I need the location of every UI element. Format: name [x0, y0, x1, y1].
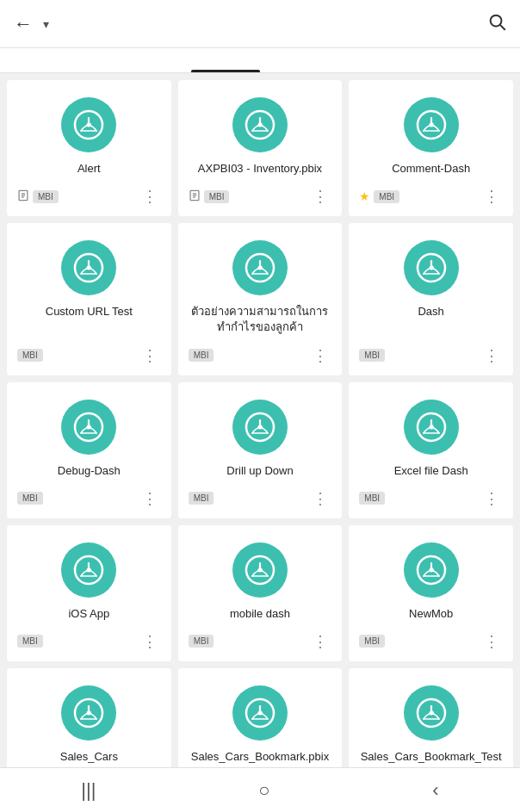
- dashboard-grid: Alert MBI ⋮ AXPBI03 - Inventory.pbix: [0, 73, 520, 812]
- card-footer: ★MBI ⋮: [359, 185, 503, 208]
- badge-row: MBI: [17, 635, 43, 648]
- badge-row: ★MBI: [359, 189, 399, 203]
- more-options-button[interactable]: ⋮: [480, 487, 503, 510]
- badge-row: MBI: [189, 349, 214, 362]
- card-dashboard-icon: [61, 685, 116, 741]
- card-title: NewMob: [409, 606, 453, 622]
- tab-report[interactable]: [260, 48, 329, 72]
- more-options-button[interactable]: ⋮: [139, 344, 161, 367]
- bottom-navigation: ||| ○ ‹: [0, 767, 520, 812]
- mbi-badge: MBI: [189, 635, 214, 648]
- mbi-badge: MBI: [33, 190, 59, 203]
- dashboard-card[interactable]: Drill up Down MBI ⋮: [178, 382, 343, 518]
- mbi-badge: MBI: [359, 492, 385, 505]
- more-options-button[interactable]: ⋮: [309, 630, 331, 653]
- card-footer: MBI ⋮: [359, 344, 503, 367]
- more-options-button[interactable]: ⋮: [480, 185, 503, 208]
- card-title: iOS App: [68, 606, 109, 622]
- card-dashboard-icon: [232, 240, 288, 295]
- star-icon: ★: [359, 189, 370, 203]
- card-title: ตัวอย่างความสามารถในการทำกำไรของลูกค้า: [189, 304, 332, 335]
- dashboard-card[interactable]: iOS App MBI ⋮: [7, 525, 171, 661]
- dashboard-card[interactable]: Comment-Dash ★MBI ⋮: [349, 80, 513, 216]
- mbi-badge: MBI: [17, 492, 43, 505]
- mbi-badge: MBI: [189, 492, 214, 505]
- card-dashboard-icon: [404, 400, 459, 455]
- back-button[interactable]: ←: [14, 13, 33, 35]
- report-icon: [17, 189, 29, 204]
- mbi-badge: MBI: [374, 190, 399, 203]
- card-title: Drill up Down: [226, 463, 293, 479]
- card-footer: MBI ⋮: [17, 344, 161, 367]
- card-dashboard-icon: [404, 240, 459, 295]
- card-title: Debug-Dash: [58, 463, 121, 479]
- dashboard-card[interactable]: AXPBI03 - Inventory.pbix MBI ⋮: [178, 80, 343, 216]
- card-dashboard-icon: [404, 97, 459, 152]
- badge-row: MBI: [17, 189, 59, 204]
- report-icon: [189, 189, 201, 204]
- tabs-bar: [0, 48, 520, 73]
- more-options-button[interactable]: ⋮: [309, 487, 331, 510]
- card-title: Sales_Cars_Bookmark.pbix: [191, 749, 329, 765]
- dashboard-card[interactable]: mobile dash MBI ⋮: [178, 525, 343, 661]
- card-title: Comment-Dash: [392, 161, 470, 177]
- card-dashboard-icon: [61, 240, 116, 295]
- card-footer: MBI ⋮: [17, 185, 161, 208]
- svg-line-1: [500, 25, 505, 29]
- card-footer: MBI ⋮: [189, 185, 332, 208]
- workspace-title[interactable]: ▾: [40, 17, 487, 31]
- card-title: Excel file Dash: [394, 463, 468, 479]
- mbi-badge: MBI: [17, 349, 43, 362]
- nav-home-icon[interactable]: ○: [258, 779, 269, 802]
- more-options-button[interactable]: ⋮: [139, 185, 161, 208]
- badge-row: MBI: [359, 492, 385, 505]
- more-options-button[interactable]: ⋮: [139, 487, 161, 510]
- card-title: Custom URL Test: [46, 304, 133, 319]
- card-dashboard-icon: [232, 685, 288, 741]
- dashboard-card[interactable]: Custom URL Test MBI ⋮: [7, 223, 171, 375]
- more-options-button[interactable]: ⋮: [480, 630, 503, 653]
- card-footer: MBI ⋮: [189, 630, 332, 653]
- card-footer: MBI ⋮: [189, 344, 332, 367]
- mbi-badge: MBI: [17, 635, 43, 648]
- tab-dashboard[interactable]: [191, 48, 260, 72]
- card-dashboard-icon: [61, 542, 116, 598]
- card-title: Sales_Cars: [60, 749, 118, 765]
- dashboard-card[interactable]: Debug-Dash MBI ⋮: [7, 382, 171, 518]
- nav-back-icon[interactable]: ‹: [432, 779, 438, 802]
- card-title: AXPBI03 - Inventory.pbix: [198, 161, 322, 177]
- header: ← ▾: [0, 0, 520, 48]
- badge-row: MBI: [189, 492, 214, 505]
- nav-menu-icon[interactable]: |||: [81, 779, 96, 802]
- more-options-button[interactable]: ⋮: [139, 630, 161, 653]
- more-options-button[interactable]: ⋮: [309, 344, 331, 367]
- card-footer: MBI ⋮: [17, 630, 161, 653]
- more-options-button[interactable]: ⋮: [480, 344, 503, 367]
- dashboard-card[interactable]: Dash MBI ⋮: [349, 223, 513, 375]
- search-button[interactable]: [487, 12, 506, 36]
- card-footer: MBI ⋮: [189, 487, 332, 510]
- mbi-badge: MBI: [359, 349, 385, 362]
- dashboard-card[interactable]: Alert MBI ⋮: [7, 80, 171, 216]
- card-footer: MBI ⋮: [359, 630, 503, 653]
- card-footer: MBI ⋮: [17, 487, 161, 510]
- card-title: Dash: [418, 304, 443, 319]
- dashboard-card[interactable]: NewMob MBI ⋮: [349, 525, 513, 661]
- more-options-button[interactable]: ⋮: [309, 185, 331, 208]
- mbi-badge: MBI: [204, 190, 230, 203]
- card-dashboard-icon: [404, 542, 459, 598]
- card-dashboard-icon: [232, 400, 288, 455]
- card-title: mobile dash: [230, 606, 290, 622]
- badge-row: MBI: [17, 349, 43, 362]
- badge-row: MBI: [359, 635, 385, 648]
- card-footer: MBI ⋮: [359, 487, 503, 510]
- card-dashboard-icon: [232, 97, 288, 152]
- chevron-down-icon: ▾: [43, 17, 49, 31]
- card-title: Alert: [77, 161, 101, 177]
- card-dashboard-icon: [61, 97, 116, 152]
- dashboard-card[interactable]: ตัวอย่างความสามารถในการทำกำไรของลูกค้า M…: [178, 223, 343, 375]
- dashboard-card[interactable]: Excel file Dash MBI ⋮: [349, 382, 513, 518]
- badge-row: MBI: [17, 492, 43, 505]
- card-dashboard-icon: [404, 685, 459, 741]
- card-dashboard-icon: [61, 400, 116, 455]
